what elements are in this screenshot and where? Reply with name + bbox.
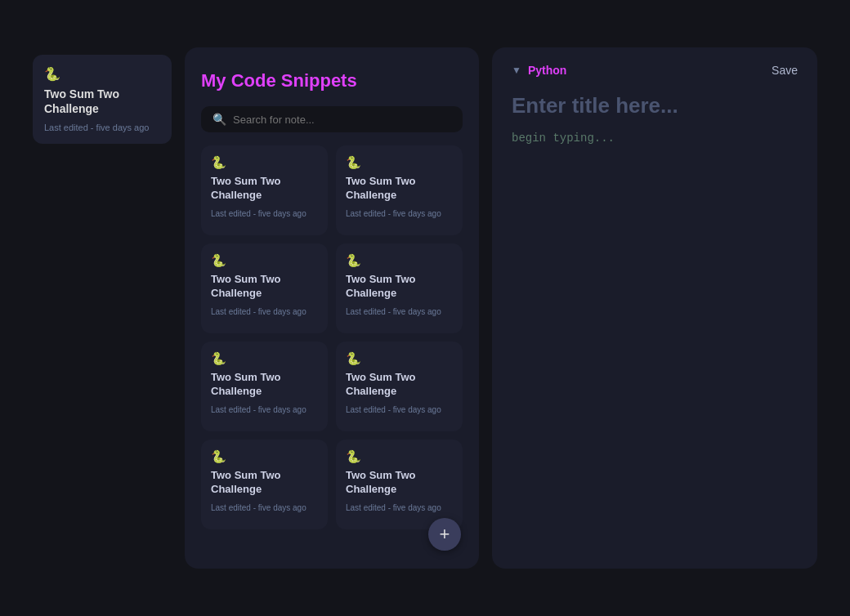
snippet-card[interactable]: 🐍 Two Sum Two Challenge Last edited - fi…	[336, 243, 463, 333]
language-label: Python	[528, 64, 566, 77]
snippet-card-timestamp: Last edited - five days ago	[211, 307, 318, 316]
snippet-card[interactable]: 🐍 Two Sum Two Challenge Last edited - fi…	[336, 145, 463, 235]
list-panel-title: My Code Snippets	[201, 70, 463, 92]
snippet-card-timestamp: Last edited - five days ago	[346, 405, 453, 414]
snippet-card-title: Two Sum Two Challenge	[346, 273, 453, 301]
snippet-card[interactable]: 🐍 Two Sum Two Challenge Last edited - fi…	[201, 341, 328, 431]
sidebar: 🐍 Two Sum Two Challenge Last edited - fi…	[33, 55, 172, 561]
snippet-card-title: Two Sum Two Challenge	[211, 469, 318, 497]
snippet-card-timestamp: Last edited - five days ago	[211, 405, 318, 414]
snippet-card-emoji: 🐍	[211, 253, 318, 268]
editor-body-input[interactable]	[512, 132, 798, 552]
editor-panel: ▼ Python Save	[492, 47, 817, 569]
snippet-card-timestamp: Last edited - five days ago	[211, 503, 318, 512]
search-container: 🔍	[201, 106, 463, 132]
sidebar-card-emoji: 🐍	[44, 66, 160, 82]
editor-header: ▼ Python Save	[512, 64, 798, 77]
snippet-card-title: Two Sum Two Challenge	[211, 371, 318, 399]
editor-title-input[interactable]	[512, 93, 798, 118]
chevron-down-icon: ▼	[512, 65, 521, 76]
snippet-card[interactable]: 🐍 Two Sum Two Challenge Last edited - fi…	[201, 145, 328, 235]
snippet-card-title: Two Sum Two Challenge	[346, 371, 453, 399]
snippet-card-timestamp: Last edited - five days ago	[211, 209, 318, 218]
snippet-card-title: Two Sum Two Challenge	[346, 469, 453, 497]
sidebar-card-timestamp: Last edited - five days ago	[44, 123, 160, 132]
search-icon: 🔍	[212, 113, 226, 126]
snippet-card-title: Two Sum Two Challenge	[346, 175, 453, 203]
snippet-card[interactable]: 🐍 Two Sum Two Challenge Last edited - fi…	[336, 341, 463, 431]
language-selector[interactable]: ▼ Python	[512, 64, 566, 77]
sidebar-card[interactable]: 🐍 Two Sum Two Challenge Last edited - fi…	[33, 55, 172, 144]
snippet-card-timestamp: Last edited - five days ago	[346, 503, 453, 512]
snippet-card-emoji: 🐍	[211, 155, 318, 170]
snippet-card-emoji: 🐍	[346, 155, 453, 170]
search-input[interactable]	[233, 114, 451, 126]
list-panel: My Code Snippets 🔍 🐍 Two Sum Two Challen…	[185, 47, 479, 569]
snippet-card[interactable]: 🐍 Two Sum Two Challenge Last edited - fi…	[201, 440, 328, 529]
snippet-card[interactable]: 🐍 Two Sum Two Challenge Last edited - fi…	[336, 440, 463, 529]
snippet-card-emoji: 🐍	[346, 351, 453, 366]
snippet-card-emoji: 🐍	[346, 253, 453, 268]
snippet-card-emoji: 🐍	[211, 449, 318, 464]
fab-button[interactable]: +	[428, 518, 461, 551]
save-button[interactable]: Save	[772, 64, 798, 77]
cards-grid: 🐍 Two Sum Two Challenge Last edited - fi…	[201, 145, 463, 529]
snippet-card-emoji: 🐍	[211, 351, 318, 366]
snippet-card-title: Two Sum Two Challenge	[211, 273, 318, 301]
snippet-card[interactable]: 🐍 Two Sum Two Challenge Last edited - fi…	[201, 243, 328, 333]
snippet-card-title: Two Sum Two Challenge	[211, 175, 318, 203]
sidebar-card-title: Two Sum Two Challenge	[44, 87, 160, 116]
snippet-card-timestamp: Last edited - five days ago	[346, 307, 453, 316]
snippet-card-timestamp: Last edited - five days ago	[346, 209, 453, 218]
snippet-card-emoji: 🐍	[346, 449, 453, 464]
